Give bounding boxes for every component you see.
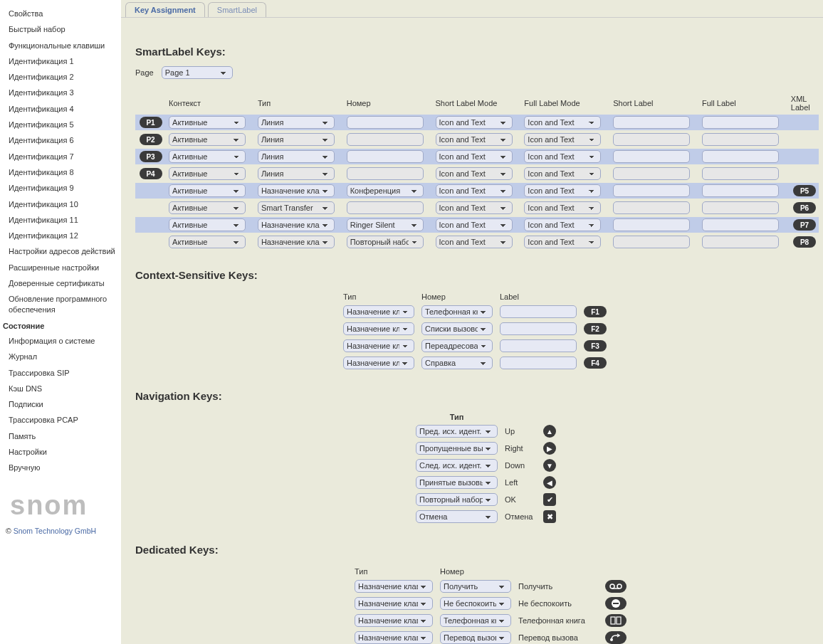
flm-select[interactable]: Icon and Text: [524, 184, 601, 197]
full-label-input[interactable]: [702, 184, 779, 197]
sidebar-item[interactable]: Идентификация 8: [3, 164, 121, 180]
page-select[interactable]: Page 1: [162, 66, 233, 79]
sidebar-item[interactable]: Трассировка SIP: [3, 365, 121, 381]
full-label-input[interactable]: [702, 236, 779, 248]
label-input[interactable]: [500, 357, 577, 369]
short-label-input[interactable]: [613, 150, 690, 163]
type-select[interactable]: Smart Transfer: [258, 201, 335, 214]
number-select[interactable]: Переадресовать: [421, 339, 493, 352]
type-select[interactable]: Линия: [258, 150, 335, 163]
type-select[interactable]: Назначение клавиши: [343, 305, 414, 318]
type-select[interactable]: Пропущенные вызовы: [416, 442, 498, 455]
type-select[interactable]: Назначение клавиши: [343, 339, 414, 352]
type-select[interactable]: Назначение клавиши: [355, 614, 433, 627]
context-select[interactable]: Активные: [169, 184, 246, 197]
context-select[interactable]: Активные: [169, 150, 246, 163]
short-label-input[interactable]: [613, 218, 690, 231]
slm-select[interactable]: Icon and Text: [436, 201, 513, 214]
slm-select[interactable]: Icon and Text: [436, 150, 513, 163]
number-select[interactable]: Повторный набор номера: [347, 236, 424, 248]
type-select[interactable]: Пред. исх. идент.: [416, 425, 498, 438]
short-label-input[interactable]: [613, 236, 690, 248]
sidebar-item[interactable]: Идентификация 7: [3, 149, 121, 164]
short-label-input[interactable]: [613, 133, 690, 146]
number-select[interactable]: Не беспокоить: [440, 597, 511, 610]
number-select[interactable]: Перевод вызова: [440, 631, 511, 644]
sidebar-item[interactable]: Функциональные клавиши: [3, 38, 121, 53]
label-input[interactable]: [500, 322, 577, 335]
sidebar-item[interactable]: Свойства: [3, 6, 121, 21]
short-label-input[interactable]: [613, 116, 690, 129]
sidebar-item[interactable]: Идентификация 11: [3, 212, 121, 228]
type-select[interactable]: Назначение клавиши: [355, 597, 433, 610]
sidebar-item[interactable]: Подписки: [3, 396, 121, 412]
full-label-input[interactable]: [702, 167, 779, 180]
flm-select[interactable]: Icon and Text: [524, 150, 601, 163]
short-label-input[interactable]: [613, 167, 690, 180]
sidebar-item[interactable]: Идентификация 6: [3, 132, 121, 148]
flm-select[interactable]: Icon and Text: [524, 167, 601, 180]
sidebar-item[interactable]: Память: [3, 428, 121, 444]
type-select[interactable]: Линия: [258, 133, 335, 146]
type-select[interactable]: Назначение клавиши: [258, 184, 335, 197]
number-input[interactable]: [347, 167, 424, 180]
number-input[interactable]: [347, 116, 424, 129]
flm-select[interactable]: Icon and Text: [524, 133, 601, 146]
tab-key-assignment[interactable]: Key Assignment: [125, 2, 205, 17]
number-select[interactable]: Ringer Silent: [347, 218, 424, 231]
sidebar-item[interactable]: Трассировка PCAP: [3, 412, 121, 428]
type-select[interactable]: Назначение клавиши: [355, 580, 433, 593]
full-label-input[interactable]: [702, 133, 779, 146]
slm-select[interactable]: Icon and Text: [436, 133, 513, 146]
type-select[interactable]: Повторный набор номера: [416, 493, 498, 506]
sidebar-item[interactable]: Быстрый набор: [3, 21, 121, 37]
sidebar-item[interactable]: Вручную: [3, 460, 121, 475]
flm-select[interactable]: Icon and Text: [524, 116, 601, 129]
sidebar-item[interactable]: Настройки адресов действий: [3, 243, 121, 259]
type-select[interactable]: След. исх. идент.: [416, 459, 498, 472]
type-select[interactable]: Отмена: [416, 510, 498, 523]
type-select[interactable]: Назначение клавиши: [343, 357, 414, 369]
number-input[interactable]: [347, 201, 424, 214]
number-select[interactable]: Справка: [421, 357, 493, 369]
full-label-input[interactable]: [702, 201, 779, 214]
label-input[interactable]: [500, 339, 577, 352]
short-label-input[interactable]: [613, 201, 690, 214]
flm-select[interactable]: Icon and Text: [524, 236, 601, 248]
number-input[interactable]: [347, 133, 424, 146]
flm-select[interactable]: Icon and Text: [524, 218, 601, 231]
slm-select[interactable]: Icon and Text: [436, 218, 513, 231]
sidebar-item[interactable]: Доверенные сертификаты: [3, 275, 121, 291]
slm-select[interactable]: Icon and Text: [436, 116, 513, 129]
number-select[interactable]: Конференция: [347, 184, 424, 197]
slm-select[interactable]: Icon and Text: [436, 167, 513, 180]
sidebar-item[interactable]: Идентификация 3: [3, 85, 121, 100]
number-select[interactable]: Телефонная книга: [440, 614, 511, 627]
slm-select[interactable]: Icon and Text: [436, 184, 513, 197]
type-select[interactable]: Назначение клавиши: [355, 631, 433, 644]
sidebar-item[interactable]: Идентификация 4: [3, 101, 121, 117]
copyright-link[interactable]: Snom Technology GmbH: [14, 527, 97, 535]
sidebar-item[interactable]: Идентификация 1: [3, 53, 121, 69]
type-select[interactable]: Принятые вызовы: [416, 476, 498, 489]
number-select[interactable]: Получить: [440, 580, 511, 593]
full-label-input[interactable]: [702, 218, 779, 231]
number-input[interactable]: [347, 150, 424, 163]
context-select[interactable]: Активные: [169, 167, 246, 180]
label-input[interactable]: [500, 305, 577, 318]
type-select[interactable]: Назначение клавиши: [258, 218, 335, 231]
type-select[interactable]: Линия: [258, 116, 335, 129]
context-select[interactable]: Активные: [169, 201, 246, 214]
sidebar-item[interactable]: Информация о системе: [3, 333, 121, 349]
sidebar-item[interactable]: Настройки: [3, 444, 121, 460]
context-select[interactable]: Активные: [169, 133, 246, 146]
number-select[interactable]: Телефонная книга: [421, 305, 493, 318]
sidebar-item[interactable]: Идентификация 5: [3, 117, 121, 132]
type-select[interactable]: Линия: [258, 167, 335, 180]
context-select[interactable]: Активные: [169, 236, 246, 248]
number-select[interactable]: Списки вызовов: [421, 322, 493, 335]
sidebar-item[interactable]: Идентификация 2: [3, 69, 121, 85]
sidebar-item[interactable]: Журнал: [3, 349, 121, 364]
context-select[interactable]: Активные: [169, 218, 246, 231]
full-label-input[interactable]: [702, 116, 779, 129]
